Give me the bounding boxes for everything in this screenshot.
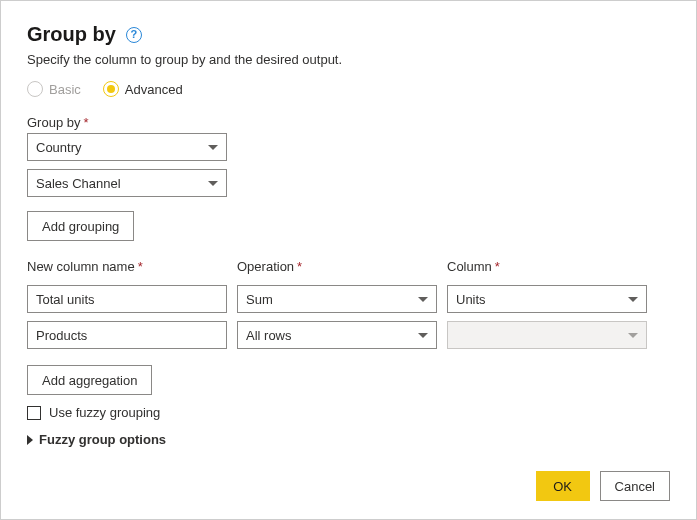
radio-circle-icon — [103, 81, 119, 97]
mode-radio-group: Basic Advanced — [27, 81, 670, 97]
help-icon[interactable]: ? — [126, 27, 142, 43]
operation-dropdown-1[interactable]: All rows — [237, 321, 437, 349]
dialog-footer: OK Cancel — [536, 471, 670, 501]
column-label: Column* — [447, 259, 647, 274]
chevron-down-icon — [208, 181, 218, 186]
group-by-dropdown-1[interactable]: Sales Channel — [27, 169, 227, 197]
chevron-right-icon — [27, 435, 33, 445]
fuzzy-grouping-label: Use fuzzy grouping — [49, 405, 160, 420]
dialog-title: Group by — [27, 23, 116, 46]
dropdown-value: Sum — [246, 292, 273, 307]
fuzzy-options-label: Fuzzy group options — [39, 432, 166, 447]
new-column-name-input-0[interactable]: Total units — [27, 285, 227, 313]
radio-basic-label: Basic — [49, 82, 81, 97]
operation-label: Operation* — [237, 259, 437, 274]
chevron-down-icon — [418, 297, 428, 302]
dropdown-value: Units — [456, 292, 486, 307]
add-grouping-button[interactable]: Add grouping — [27, 211, 134, 241]
chevron-down-icon — [208, 145, 218, 150]
radio-basic[interactable]: Basic — [27, 81, 81, 97]
fuzzy-grouping-checkbox[interactable] — [27, 406, 41, 420]
dropdown-value: Country — [36, 140, 82, 155]
new-column-name-input-1[interactable]: Products — [27, 321, 227, 349]
add-aggregation-button[interactable]: Add aggregation — [27, 365, 152, 395]
dropdown-value: Sales Channel — [36, 176, 121, 191]
fuzzy-options-expander[interactable]: Fuzzy group options — [27, 432, 670, 447]
column-dropdown-0[interactable]: Units — [447, 285, 647, 313]
radio-advanced[interactable]: Advanced — [103, 81, 183, 97]
group-by-dialog: Group by ? Specify the column to group b… — [0, 0, 697, 520]
dropdown-value: All rows — [246, 328, 292, 343]
chevron-down-icon — [628, 297, 638, 302]
ok-button[interactable]: OK — [536, 471, 590, 501]
operation-dropdown-0[interactable]: Sum — [237, 285, 437, 313]
cancel-button[interactable]: Cancel — [600, 471, 670, 501]
chevron-down-icon — [418, 333, 428, 338]
group-by-dropdown-0[interactable]: Country — [27, 133, 227, 161]
new-column-name-label: New column name* — [27, 259, 227, 274]
column-dropdown-1 — [447, 321, 647, 349]
radio-advanced-label: Advanced — [125, 82, 183, 97]
radio-circle-icon — [27, 81, 43, 97]
dialog-subtitle: Specify the column to group by and the d… — [27, 52, 670, 67]
group-by-label: Group by* — [27, 115, 670, 130]
chevron-down-icon — [628, 333, 638, 338]
